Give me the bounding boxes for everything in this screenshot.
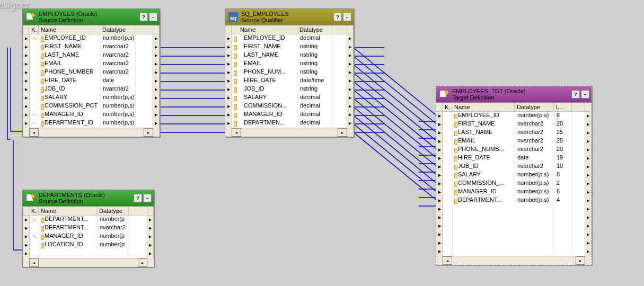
table-row[interactable]: ▶JOB_IDnvarchar2▶ bbox=[23, 85, 160, 94]
in-port[interactable]: ▶ bbox=[23, 94, 30, 103]
table-row[interactable]: ▶DEPARTMENT...nvarchar2▶ bbox=[23, 224, 154, 233]
scroll-left-button[interactable]: ◄ bbox=[29, 258, 39, 267]
h-scrollbar[interactable]: ◄ ► bbox=[225, 128, 354, 137]
panel-employees-target[interactable]: EMPLOYEES_TGT (Oracle) Target Definition… bbox=[436, 86, 592, 265]
scroll-right-button[interactable]: ► bbox=[338, 128, 347, 137]
in-port[interactable]: ▶ bbox=[23, 68, 30, 77]
table-row[interactable]: ▶DEPARTMENT_IDnumber(p,s)▶ bbox=[23, 119, 160, 128]
table-row[interactable]: ▶FIRST_NAMEnvarchar2▶ bbox=[23, 43, 160, 51]
out-port[interactable]: ▶ bbox=[347, 43, 354, 52]
in-port[interactable]: ▶ bbox=[436, 222, 443, 231]
out-port[interactable]: ▶ bbox=[585, 247, 592, 256]
help-button[interactable]: ? bbox=[333, 13, 342, 21]
table-row[interactable]: ▶SALARYdecimal▶ bbox=[225, 94, 354, 102]
scroll-right-button[interactable]: ► bbox=[576, 256, 585, 265]
in-port[interactable]: ▶ bbox=[436, 205, 443, 214]
in-port[interactable]: ▶ bbox=[436, 247, 443, 256]
in-port[interactable]: ▶ bbox=[23, 102, 30, 111]
in-port[interactable]: ▶ bbox=[23, 77, 30, 86]
table-row[interactable]: ▶MANAGER_IDnumber(p,s)▶ bbox=[23, 111, 160, 119]
out-port[interactable]: ▶ bbox=[585, 230, 592, 239]
table-row[interactable]: ▶FIRST_NAMEnstring▶ bbox=[225, 43, 354, 51]
out-port[interactable]: ▶ bbox=[153, 85, 160, 94]
out-port[interactable]: ▶ bbox=[585, 188, 592, 197]
in-port[interactable]: ▶ bbox=[23, 51, 30, 60]
out-port[interactable]: ▶ bbox=[585, 120, 592, 129]
in-port[interactable]: ▶ bbox=[225, 119, 232, 128]
table-row[interactable]: ▶LAST_NAMEnvarchar225▶ bbox=[436, 129, 592, 137]
table-row[interactable]: ▶MANAGER_IDdecimal▶ bbox=[225, 111, 354, 119]
table-row[interactable]: ▶HIRE_DATEdate19▶ bbox=[436, 154, 592, 163]
out-port[interactable]: ▶ bbox=[347, 94, 354, 103]
in-port[interactable]: ▶ bbox=[436, 171, 443, 180]
in-port[interactable]: ▶ bbox=[436, 213, 443, 222]
out-port[interactable]: ▶ bbox=[585, 239, 592, 248]
in-port[interactable]: ▶ bbox=[23, 43, 30, 52]
table-row[interactable]: ▶COMMISSION_PCTnumber(p,s)▶ bbox=[23, 102, 160, 111]
out-port[interactable]: ▶ bbox=[585, 205, 592, 214]
out-port[interactable]: ▶ bbox=[585, 129, 592, 138]
h-scrollbar[interactable]: ◄ ► bbox=[436, 256, 592, 265]
table-row[interactable]: ▶DEPARTMENT...number(p▶ bbox=[23, 216, 154, 224]
table-row[interactable]: ▶EMAILnstring▶ bbox=[225, 60, 354, 68]
out-port[interactable]: ▶ bbox=[153, 111, 160, 120]
table-row[interactable]: ▶EMAILnvarchar225▶ bbox=[436, 137, 592, 146]
in-port[interactable]: ▶ bbox=[225, 60, 232, 69]
in-port[interactable]: ▶ bbox=[436, 180, 443, 189]
out-port[interactable]: ▶ bbox=[585, 146, 592, 155]
in-port[interactable]: ▶ bbox=[225, 34, 232, 43]
out-port[interactable]: ▶ bbox=[153, 119, 160, 128]
in-port[interactable]: ▶ bbox=[23, 34, 30, 43]
table-row[interactable]: ▶DEPARTMENT...number(p,s)4▶ bbox=[436, 196, 592, 205]
table-row[interactable]: ▶MANAGER_IDnumber(p,s)6▶ bbox=[436, 188, 592, 196]
minimize-button[interactable]: – bbox=[343, 13, 351, 21]
table-row[interactable]: ▶FIRST_NAMEnvarchar220▶ bbox=[436, 120, 592, 129]
table-row[interactable]: ▶PHONE_NUMBERnvarchar2▶ bbox=[23, 68, 160, 77]
in-port[interactable]: ▶ bbox=[436, 239, 443, 248]
in-port[interactable]: ▶ bbox=[225, 85, 232, 94]
out-port[interactable]: ▶ bbox=[153, 102, 160, 111]
scroll-right-button[interactable]: ► bbox=[144, 128, 153, 137]
help-button[interactable]: ? bbox=[134, 194, 142, 202]
in-port[interactable]: ▶ bbox=[436, 196, 443, 205]
out-port[interactable]: ▶ bbox=[147, 216, 154, 225]
table-row[interactable]: ▶EMAILnvarchar2▶ bbox=[23, 60, 160, 68]
out-port[interactable]: ▶ bbox=[585, 154, 592, 163]
help-button[interactable]: ? bbox=[139, 13, 148, 21]
table-row[interactable]: ▶SALARYnumber(p,s)8▶ bbox=[436, 171, 592, 180]
in-port[interactable]: ▶ bbox=[23, 224, 30, 233]
in-port[interactable]: ▶ bbox=[23, 241, 30, 250]
out-port[interactable]: ▶ bbox=[347, 77, 354, 86]
out-port[interactable]: ▶ bbox=[147, 233, 154, 242]
scroll-right-button[interactable]: ► bbox=[138, 258, 147, 267]
table-row[interactable]: ▶MANAGER_IDnumber(p▶ bbox=[23, 233, 154, 241]
out-port[interactable]: ▶ bbox=[347, 111, 354, 120]
out-port[interactable]: ▶ bbox=[347, 68, 354, 77]
scroll-left-button[interactable]: ◄ bbox=[443, 256, 452, 265]
in-port[interactable]: ▶ bbox=[436, 129, 443, 138]
out-port[interactable]: ▶ bbox=[153, 34, 160, 43]
in-port[interactable]: ▶ bbox=[436, 154, 443, 163]
in-port[interactable]: ▶ bbox=[225, 102, 232, 111]
out-port[interactable]: ▶ bbox=[585, 180, 592, 189]
panel-header[interactable]: EMPLOYEES_TGT (Oracle) Target Definition… bbox=[436, 86, 592, 102]
table-row[interactable]: ▶COMMISSION_...number(p,s)2▶ bbox=[436, 180, 592, 188]
in-port[interactable]: ▶ bbox=[225, 51, 232, 60]
in-port[interactable]: ▶ bbox=[225, 111, 232, 120]
out-port[interactable]: ▶ bbox=[153, 51, 160, 60]
scroll-left-button[interactable]: ◄ bbox=[29, 128, 39, 137]
table-row[interactable]: ▶HIRE_DATEdate▶ bbox=[23, 77, 160, 85]
out-port[interactable]: ▶ bbox=[347, 51, 354, 60]
in-port[interactable]: ▶ bbox=[225, 94, 232, 103]
h-scrollbar[interactable]: ◄ ► bbox=[23, 128, 160, 137]
out-port[interactable]: ▶ bbox=[347, 34, 354, 43]
table-row[interactable]: ▶COMMISSION...decimal▶ bbox=[225, 102, 354, 111]
out-port[interactable]: ▶ bbox=[153, 77, 160, 86]
table-row[interactable]: ▶LAST_NAMEnstring▶ bbox=[225, 51, 354, 60]
minimize-button[interactable]: – bbox=[149, 13, 157, 21]
out-port[interactable]: ▶ bbox=[147, 249, 154, 258]
out-port[interactable]: ▶ bbox=[585, 171, 592, 180]
out-port[interactable]: ▶ bbox=[153, 43, 160, 52]
in-port[interactable]: ▶ bbox=[225, 43, 232, 52]
in-port[interactable]: ▶ bbox=[436, 146, 443, 155]
